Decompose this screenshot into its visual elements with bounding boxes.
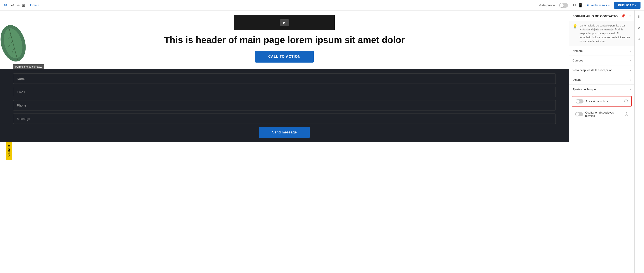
panel-header: FORMULARIO DE CONTACTO 📌 ✕ xyxy=(569,11,634,21)
canvas-area: Feedback ▶ This is header of main page l… xyxy=(0,11,569,273)
ocultar-label: Ocultar en dispositivos móviles xyxy=(585,111,622,117)
device-icons: 🖥 📱 xyxy=(572,3,583,8)
accordion-vista-header[interactable]: Vista después de la suscripción › xyxy=(569,65,634,75)
vista-previa-label: Vista previa xyxy=(539,4,555,7)
right-sidebar-icons: ⠿ ✕ + xyxy=(634,11,644,273)
accordion-ajustes-label: Ajustes del bloque xyxy=(572,88,596,91)
form-tag-label: Formulario de contacto xyxy=(13,64,44,69)
preview-toggle[interactable] xyxy=(559,3,568,8)
posicion-absoluta-label: Posición absoluta xyxy=(586,100,622,103)
name-field[interactable] xyxy=(13,74,556,84)
add-icon[interactable]: + xyxy=(636,36,643,43)
accordion-campos-chevron: › xyxy=(630,59,631,62)
save-icon[interactable]: ⊞ xyxy=(22,3,25,8)
save-exit-button[interactable]: Guardar y salir ▾ xyxy=(587,4,610,7)
phone-field[interactable] xyxy=(13,100,556,110)
accordion-ajustes: Ajustes del bloque › xyxy=(569,85,634,94)
topbar: ✉ ↩ ↪ ⊞ Home ▾ Vista previa 🖥 📱 Guardar … xyxy=(0,0,644,11)
posicion-absoluta-toggle[interactable] xyxy=(576,99,584,103)
accordion-campos-label: Campos xyxy=(572,59,583,62)
accordion-nombre-chevron: › xyxy=(630,50,631,52)
page-heading: This is header of main page lorem ipsum … xyxy=(164,35,405,46)
close-sidebar-icon[interactable]: ✕ xyxy=(636,25,643,32)
send-message-button[interactable]: Send message xyxy=(259,127,310,138)
page-content: Feedback ▶ This is header of main page l… xyxy=(0,11,569,273)
accordion-nombre-header[interactable]: Nombre › xyxy=(569,46,634,56)
mail-icon[interactable]: ✉ xyxy=(4,3,8,8)
message-field[interactable] xyxy=(13,114,556,124)
ocultar-toggle[interactable] xyxy=(575,112,583,116)
panel-title: FORMULARIO DE CONTACTO xyxy=(572,15,618,18)
topbar-right: Vista previa 🖥 📱 Guardar y salir ▾ PUBLI… xyxy=(539,2,640,9)
mobile-icon[interactable]: 📱 xyxy=(578,3,583,8)
accordion-ajustes-chevron: › xyxy=(630,88,631,91)
redo-icon[interactable]: ↪ xyxy=(16,3,20,8)
contact-form-section: Formulario de contacto Send message xyxy=(0,69,569,142)
ocultar-info-icon[interactable]: i xyxy=(625,112,628,116)
pin-icon[interactable]: 📌 xyxy=(621,14,626,18)
accordion-nombre-label: Nombre xyxy=(572,49,582,53)
layers-icon[interactable]: ⠿ xyxy=(636,13,643,20)
home-chevron: ▾ xyxy=(38,4,39,7)
page-top-section: ▶ This is header of main page lorem ipsu… xyxy=(0,11,569,69)
accordion-ajustes-header[interactable]: Ajustes del bloque › xyxy=(569,85,634,94)
accordion-diseno-chevron: › xyxy=(630,79,631,81)
email-field[interactable] xyxy=(13,87,556,97)
home-label: Home xyxy=(28,4,37,7)
close-panel-icon[interactable]: ✕ xyxy=(628,14,631,18)
accordion-diseno-label: Diseño xyxy=(572,78,581,81)
info-description: Un formulario de contacto permite a tus … xyxy=(580,24,631,43)
topbar-left: ✉ ↩ ↪ ⊞ Home ▾ xyxy=(4,3,39,8)
publish-button[interactable]: PUBLICAR ▾ xyxy=(614,2,640,9)
cta-button[interactable]: CALL TO ACTION xyxy=(255,51,314,63)
send-btn-wrap: Send message xyxy=(13,127,556,138)
accordion-diseno-header[interactable]: Diseño › xyxy=(569,75,634,84)
main-layout: Feedback ▶ This is header of main page l… xyxy=(0,11,644,273)
leaf-decoration xyxy=(0,24,26,63)
topbar-history-icons: ↩ ↪ ⊞ xyxy=(11,3,25,8)
accordion-vista: Vista después de la suscripción › xyxy=(569,65,634,75)
panel-content: FORMULARIO DE CONTACTO 📌 ✕ 💡 Un formular… xyxy=(569,11,634,273)
panels-container: FORMULARIO DE CONTACTO 📌 ✕ 💡 Un formular… xyxy=(569,11,644,273)
info-box: 💡 Un formulario de contacto permite a tu… xyxy=(569,21,634,46)
bulb-icon: 💡 xyxy=(572,24,577,29)
accordion-nombre: Nombre › xyxy=(569,46,634,56)
accordion-campos-header[interactable]: Campos › xyxy=(569,56,634,65)
undo-icon[interactable]: ↩ xyxy=(11,3,14,8)
posicion-info-icon[interactable]: i xyxy=(624,100,628,103)
play-icon: ▶ xyxy=(280,19,289,26)
accordion-vista-label: Vista después de la suscripción xyxy=(572,69,612,72)
desktop-icon[interactable]: 🖥 xyxy=(572,3,576,8)
accordion-vista-chevron: › xyxy=(630,69,631,72)
ocultar-dispositivos-row: Ocultar en dispositivos móviles i xyxy=(572,108,632,120)
posicion-absoluta-row: Posición absoluta i xyxy=(572,96,632,107)
accordion-campos: Campos › xyxy=(569,56,634,65)
accordion-diseno: Diseño › xyxy=(569,75,634,85)
panel-header-actions: 📌 ✕ xyxy=(621,14,631,18)
right-panel: FORMULARIO DE CONTACTO 📌 ✕ 💡 Un formular… xyxy=(569,11,634,273)
video-block[interactable]: ▶ xyxy=(234,15,335,30)
feedback-tab[interactable]: Feedback xyxy=(6,142,12,160)
home-nav[interactable]: Home ▾ xyxy=(28,4,39,7)
